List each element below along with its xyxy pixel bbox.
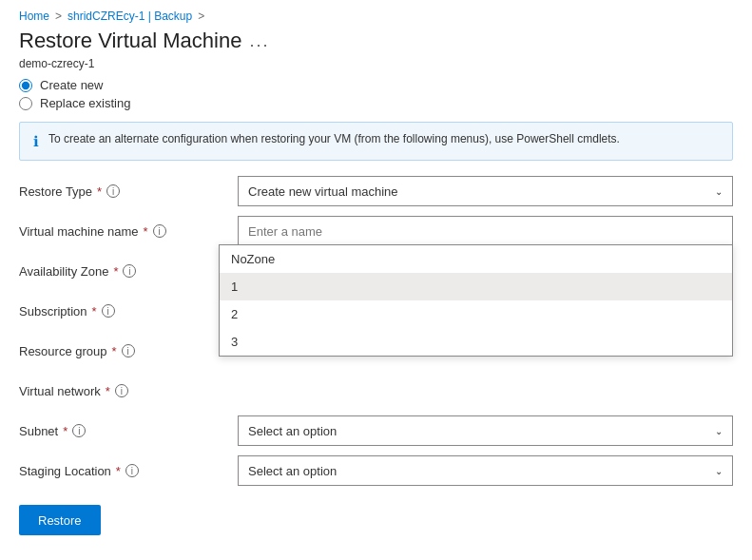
vm-name-control bbox=[238, 216, 733, 246]
radio-replace-existing-input[interactable] bbox=[19, 97, 32, 110]
breadcrumb-sep1: > bbox=[55, 10, 62, 23]
subscription-required: * bbox=[92, 304, 97, 319]
info-banner: ℹ To create an alternate configuration w… bbox=[19, 122, 733, 161]
restore-type-dropdown[interactable]: Create new virtual machine ⌄ bbox=[238, 176, 733, 206]
title-row: Restore Virtual Machine ... bbox=[0, 29, 752, 57]
subnet-control: Select an option ⌄ bbox=[238, 415, 733, 446]
subscription-info-icon[interactable]: i bbox=[102, 304, 115, 318]
restore-type-chevron: ⌄ bbox=[715, 186, 723, 197]
availability-zone-info-icon[interactable]: i bbox=[123, 264, 136, 278]
az-option-3[interactable]: 3 bbox=[220, 328, 732, 356]
restore-type-value: Create new virtual machine bbox=[248, 184, 398, 199]
resource-group-label: Resource group * i bbox=[19, 344, 238, 358]
staging-location-label: Staging Location * i bbox=[19, 464, 238, 478]
radio-replace-existing[interactable]: Replace existing bbox=[19, 96, 733, 110]
radio-create-new-input[interactable] bbox=[19, 79, 32, 92]
more-options-icon[interactable]: ... bbox=[249, 31, 269, 51]
subnet-row: Subnet * i Select an option ⌄ bbox=[19, 414, 733, 448]
availability-zone-menu: NoZone 1 2 3 bbox=[219, 244, 733, 357]
staging-location-value: Select an option bbox=[248, 464, 337, 478]
az-option-2[interactable]: 2 bbox=[220, 300, 732, 328]
subnet-info-icon[interactable]: i bbox=[72, 424, 86, 437]
subscription-label: Subscription * i bbox=[19, 304, 238, 319]
subtitle: demo-czrecy-1 bbox=[0, 57, 752, 78]
radio-create-new[interactable]: Create new bbox=[19, 78, 733, 92]
virtual-network-required: * bbox=[106, 384, 110, 398]
staging-location-control: Select an option ⌄ bbox=[238, 455, 733, 486]
radio-replace-existing-label: Replace existing bbox=[40, 96, 130, 110]
restore-type-label: Restore Type * i bbox=[19, 184, 238, 199]
radio-group: Create new Replace existing bbox=[0, 78, 752, 122]
info-icon: ℹ bbox=[33, 133, 39, 150]
subnet-required: * bbox=[63, 424, 67, 438]
vm-name-row: Virtual machine name * i bbox=[19, 214, 733, 248]
vm-name-required: * bbox=[144, 224, 148, 239]
breadcrumb: Home > shridCZREcy-1 | Backup > bbox=[0, 0, 752, 29]
staging-location-required: * bbox=[116, 464, 121, 478]
staging-location-dropdown[interactable]: Select an option ⌄ bbox=[238, 455, 733, 486]
staging-location-row: Staging Location * i Select an option ⌄ bbox=[19, 454, 733, 488]
subnet-chevron: ⌄ bbox=[715, 426, 723, 436]
virtual-network-label: Virtual network * i bbox=[19, 384, 238, 398]
form-area: Restore Type * i Create new virtual mach… bbox=[0, 174, 752, 488]
info-banner-text: To create an alternate configuration whe… bbox=[48, 132, 620, 145]
availability-zone-label: Availability Zone * i bbox=[19, 264, 238, 279]
subnet-value: Select an option bbox=[248, 424, 337, 438]
restore-type-control: Create new virtual machine ⌄ bbox=[238, 176, 733, 206]
footer: Restore bbox=[0, 493, 752, 535]
breadcrumb-backup[interactable]: shridCZREcy-1 | Backup bbox=[67, 10, 192, 23]
restore-type-row: Restore Type * i Create new virtual mach… bbox=[19, 174, 733, 208]
page-title: Restore Virtual Machine bbox=[19, 29, 241, 53]
restore-type-info-icon[interactable]: i bbox=[106, 184, 120, 198]
az-option-1[interactable]: 1 bbox=[220, 273, 732, 300]
resource-group-info-icon[interactable]: i bbox=[122, 344, 135, 357]
subnet-dropdown[interactable]: Select an option ⌄ bbox=[238, 415, 733, 446]
virtual-network-row: Virtual network * i bbox=[19, 374, 733, 408]
restore-type-required: * bbox=[97, 184, 102, 199]
vm-name-info-icon[interactable]: i bbox=[153, 224, 166, 238]
az-option-nozone[interactable]: NoZone bbox=[220, 245, 732, 273]
restore-button[interactable]: Restore bbox=[19, 505, 101, 535]
resource-group-required: * bbox=[112, 344, 117, 358]
breadcrumb-home[interactable]: Home bbox=[19, 10, 49, 23]
vm-name-input[interactable] bbox=[238, 216, 733, 246]
vm-name-label: Virtual machine name * i bbox=[19, 224, 238, 239]
virtual-network-info-icon[interactable]: i bbox=[115, 384, 128, 397]
breadcrumb-sep2: > bbox=[198, 10, 204, 23]
availability-zone-required: * bbox=[113, 264, 118, 279]
radio-create-new-label: Create new bbox=[40, 78, 103, 92]
subnet-label: Subnet * i bbox=[19, 424, 238, 438]
staging-location-chevron: ⌄ bbox=[715, 466, 723, 476]
staging-location-info-icon[interactable]: i bbox=[125, 464, 139, 477]
